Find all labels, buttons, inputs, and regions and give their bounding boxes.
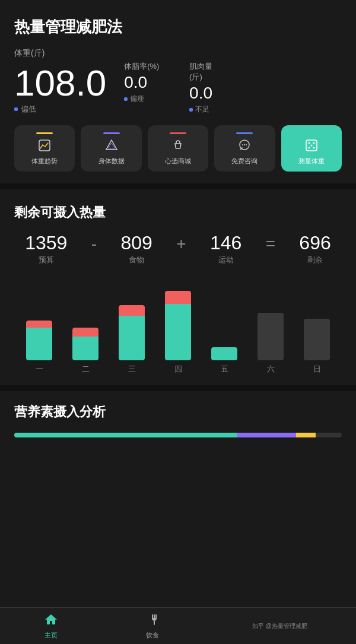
svg-point-9 bbox=[313, 142, 314, 144]
icon-btn-trend[interactable]: 体重趋势 bbox=[14, 125, 75, 172]
svg-point-4 bbox=[242, 144, 243, 145]
body-fat-label: 体脂率(%) bbox=[124, 61, 159, 72]
bar-red-二 bbox=[72, 328, 99, 337]
op-minus: - bbox=[89, 234, 99, 265]
bar-group-三: 三 bbox=[113, 280, 151, 375]
icon-btn-label-trend: 体重趋势 bbox=[31, 157, 58, 166]
bar-chart: 一二三四五六日 bbox=[14, 280, 342, 375]
bar-day-label-一: 一 bbox=[36, 364, 43, 375]
weight-label: 体重(斤) bbox=[14, 48, 342, 59]
nutrition-title: 营养素摄入分析 bbox=[14, 403, 342, 421]
icon-btn-label-body: 身体数据 bbox=[98, 157, 125, 166]
bottom-nav: 主页饮食知乎 @热量管理减肥 bbox=[0, 607, 356, 644]
muscle-status-dot bbox=[189, 108, 193, 112]
bar-teal-五 bbox=[211, 347, 238, 360]
muscle-value: 0.0 bbox=[189, 84, 212, 103]
bar-group-六: 六 bbox=[252, 280, 290, 375]
nav-item-home[interactable]: 主页 bbox=[0, 608, 101, 644]
bar-group-五: 五 bbox=[205, 280, 243, 375]
section-divider-2 bbox=[0, 385, 356, 391]
bar-day-label-五: 五 bbox=[221, 364, 228, 375]
svg-point-10 bbox=[308, 147, 310, 149]
svg-point-11 bbox=[313, 147, 314, 149]
bar-gray-日 bbox=[304, 319, 330, 360]
svg-point-5 bbox=[244, 144, 245, 145]
icon-btn-shop[interactable]: 心选商城 bbox=[148, 125, 208, 172]
bar-teal-三 bbox=[119, 316, 145, 360]
nav-label-home: 主页 bbox=[44, 631, 58, 640]
food-label: 食物 bbox=[129, 255, 144, 265]
nutrition-bar bbox=[14, 433, 342, 437]
nutrition-bar-purple bbox=[237, 433, 295, 437]
nav-credit: 知乎 @热量管理减肥 bbox=[204, 622, 356, 630]
op-plus: + bbox=[174, 234, 188, 265]
remaining-label: 剩余 bbox=[307, 255, 323, 265]
calories-title: 剩余可摄入热量 bbox=[14, 204, 342, 221]
body-fat-status-dot bbox=[124, 97, 128, 101]
nutrition-section: 营养素摄入分析 bbox=[0, 391, 356, 437]
bar-group-日: 日 bbox=[298, 280, 336, 375]
bar-day-label-日: 日 bbox=[313, 364, 321, 375]
section-divider-1 bbox=[0, 183, 356, 189]
food-item: 809 食物 bbox=[120, 233, 152, 265]
metrics-row: 108.0 偏低 体脂率(%) 0.0 偏瘦 肌肉量(斤) 0.0 不 bbox=[14, 61, 342, 115]
bar-day-label-二: 二 bbox=[82, 364, 90, 375]
budget-item: 1359 预算 bbox=[25, 233, 67, 265]
bar-group-二: 二 bbox=[66, 280, 104, 375]
weight-status-dot bbox=[14, 107, 18, 111]
svg-point-8 bbox=[308, 142, 310, 144]
calories-section: 剩余可摄入热量 1359 预算 - 809 食物 + 146 运动 = 696 … bbox=[0, 189, 356, 385]
body-fat-status: 偏瘦 bbox=[124, 94, 144, 104]
icon-btn-label-shop: 心选商城 bbox=[165, 157, 191, 166]
bar-day-label-三: 三 bbox=[128, 364, 136, 375]
bar-red-四 bbox=[165, 291, 192, 304]
svg-point-12 bbox=[310, 145, 312, 147]
weight-value: 108.0 bbox=[14, 65, 106, 101]
budget-label: 预算 bbox=[39, 255, 54, 265]
muscle-status: 不足 bbox=[189, 104, 209, 115]
bar-red-三 bbox=[119, 305, 145, 316]
remaining-item: 696 剩余 bbox=[299, 233, 330, 265]
remaining-value: 696 bbox=[299, 233, 330, 252]
muscle-label: 肌肉量(斤) bbox=[189, 61, 225, 83]
bar-teal-四 bbox=[165, 304, 192, 360]
metrics-sub-row: 体脂率(%) 0.0 偏瘦 肌肉量(斤) 0.0 不足 bbox=[124, 61, 237, 115]
icon-btn-label-consult: 免费咨询 bbox=[231, 157, 258, 166]
op-equals: = bbox=[263, 234, 278, 265]
calories-formula: 1359 预算 - 809 食物 + 146 运动 = 696 剩余 bbox=[14, 233, 342, 265]
icon-btn-label-measure: 测量体重 bbox=[298, 157, 325, 166]
weight-metric-main: 108.0 偏低 bbox=[14, 65, 106, 115]
bar-gray-六 bbox=[258, 313, 284, 360]
exercise-value: 146 bbox=[210, 233, 241, 252]
body-fat-metric: 体脂率(%) 0.0 偏瘦 bbox=[124, 61, 160, 115]
budget-value: 1359 bbox=[25, 233, 67, 252]
exercise-label: 运动 bbox=[218, 255, 234, 265]
svg-point-6 bbox=[246, 144, 247, 145]
icon-btn-consult[interactable]: 免费咨询 bbox=[214, 125, 275, 172]
food-value: 809 bbox=[120, 233, 152, 252]
icon-btn-body[interactable]: 身体数据 bbox=[81, 125, 141, 172]
exercise-item: 146 运动 bbox=[210, 233, 241, 265]
bar-day-label-四: 四 bbox=[174, 364, 182, 375]
nav-icon-home bbox=[44, 613, 58, 629]
nutrition-bar-teal bbox=[14, 433, 237, 437]
app-title: 热量管理减肥法 bbox=[14, 17, 342, 37]
bar-red-一 bbox=[26, 321, 53, 328]
nutrition-bar-dark bbox=[316, 433, 342, 437]
muscle-metric: 肌肉量(斤) 0.0 不足 bbox=[189, 61, 225, 115]
nav-label-food: 饮食 bbox=[146, 631, 159, 640]
svg-rect-0 bbox=[39, 140, 50, 151]
bar-teal-一 bbox=[26, 328, 53, 360]
nutrition-bar-yellow bbox=[296, 433, 316, 437]
bar-day-label-六: 六 bbox=[267, 364, 275, 375]
bar-teal-二 bbox=[72, 337, 99, 360]
icon-buttons-row: 体重趋势身体数据心选商城免费咨询测量体重 bbox=[14, 125, 342, 172]
nav-icon-food bbox=[145, 613, 160, 629]
top-section: 热量管理减肥法 体重(斤) 108.0 偏低 体脂率(%) 0.0 偏瘦 肌肉量… bbox=[0, 0, 356, 183]
weight-status: 偏低 bbox=[14, 104, 106, 115]
bar-group-四: 四 bbox=[159, 280, 197, 375]
nav-item-food[interactable]: 饮食 bbox=[101, 608, 203, 644]
body-fat-value: 0.0 bbox=[124, 73, 147, 92]
bar-group-一: 一 bbox=[20, 280, 58, 375]
icon-btn-measure[interactable]: 测量体重 bbox=[281, 125, 342, 172]
